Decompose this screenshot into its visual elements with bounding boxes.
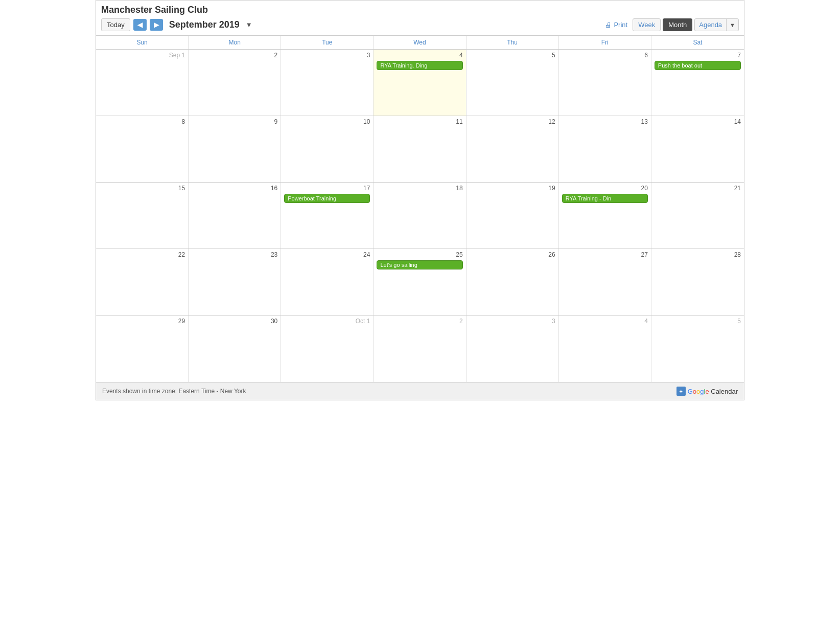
month-dropdown-arrow[interactable]: ▼ — [246, 21, 252, 29]
prev-button[interactable]: ◀ — [133, 19, 147, 31]
calendar-day-cell[interactable]: 2 — [189, 50, 281, 116]
day-number: 18 — [377, 185, 462, 192]
day-number: 25 — [377, 251, 462, 258]
day-of-week-header: Fri — [559, 36, 651, 49]
calendar-day-cell[interactable]: 3 — [281, 50, 374, 116]
day-number: 15 — [99, 185, 185, 192]
calendar-event[interactable]: Push the boat out — [655, 61, 741, 70]
month-title: September 2019 — [169, 19, 240, 30]
calendar-day-cell[interactable]: 19 — [466, 183, 559, 249]
day-number: 10 — [284, 118, 370, 125]
calendar-day-cell[interactable]: 15 — [96, 183, 189, 249]
calendar: SunMonTueWedThuFriSat Sep 1234RYA Traini… — [96, 35, 744, 382]
calendar-event[interactable]: RYA Training. Ding — [377, 61, 462, 70]
day-number: 17 — [284, 185, 370, 192]
agenda-view-button[interactable]: Agenda ▼ — [694, 18, 739, 31]
calendar-body: Sep 1234RYA Training. Ding567Push the bo… — [96, 50, 744, 382]
calendar-day-cell[interactable]: 17Powerboat Training — [281, 183, 374, 249]
calendar-week: 151617Powerboat Training181920RYA Traini… — [96, 183, 744, 249]
calendar-day-cell[interactable]: 30 — [189, 316, 281, 382]
week-view-button[interactable]: Week — [633, 18, 661, 31]
day-number: 22 — [99, 251, 185, 258]
month-view-button[interactable]: Month — [663, 18, 692, 31]
calendar-day-cell[interactable]: 22 — [96, 249, 189, 315]
calendar-event[interactable]: RYA Training - Din — [562, 194, 648, 203]
day-number: 2 — [192, 52, 277, 59]
day-number: 23 — [192, 251, 277, 258]
day-number: 26 — [470, 251, 555, 258]
calendar-day-cell[interactable]: 13 — [559, 116, 651, 182]
day-number: 24 — [284, 251, 370, 258]
calendar-day-cell[interactable]: 24 — [281, 249, 374, 315]
day-number: 14 — [655, 118, 741, 125]
calendar-day-cell[interactable]: 5 — [651, 316, 744, 382]
calendar-day-cell[interactable]: 25Let's go sailing — [374, 249, 466, 315]
day-of-week-header: Wed — [374, 36, 466, 49]
day-of-week-header: Tue — [281, 36, 374, 49]
calendar-day-cell[interactable]: 12 — [466, 116, 559, 182]
day-number: 30 — [192, 318, 277, 325]
toolbar-right: 🖨 Print Week Month Agenda ▼ — [602, 18, 739, 31]
day-of-week-header: Thu — [466, 36, 559, 49]
calendar-day-cell[interactable]: 16 — [189, 183, 281, 249]
day-number: 6 — [562, 52, 648, 59]
today-button[interactable]: Today — [101, 18, 130, 31]
calendar-day-cell[interactable]: 28 — [651, 249, 744, 315]
calendar-day-cell[interactable]: 29 — [96, 316, 189, 382]
toolbar: Today ◀ ▶ September 2019 ▼ 🖨 Print Week … — [101, 18, 739, 31]
day-of-week-header: Sat — [651, 36, 744, 49]
calendar-week: 22232425Let's go sailing262728 — [96, 249, 744, 316]
calendar-day-cell[interactable]: 7Push the boat out — [651, 50, 744, 116]
calendar-header: SunMonTueWedThuFriSat — [96, 36, 744, 50]
calendar-day-cell[interactable]: 4RYA Training. Ding — [374, 50, 466, 116]
header: Manchester Sailing Club Today ◀ ▶ Septem… — [96, 1, 744, 35]
agenda-dropdown-arrow: ▼ — [727, 20, 738, 30]
calendar-day-cell[interactable]: 5 — [466, 50, 559, 116]
calendar-week: Sep 1234RYA Training. Ding567Push the bo… — [96, 50, 744, 116]
calendar-day-cell[interactable]: 11 — [374, 116, 466, 182]
day-number: 21 — [655, 185, 741, 192]
calendar-day-cell[interactable]: 14 — [651, 116, 744, 182]
calendar-day-cell[interactable]: 2 — [374, 316, 466, 382]
calendar-day-cell[interactable]: Oct 1 — [281, 316, 374, 382]
calendar-week: 2930Oct 12345 — [96, 316, 744, 382]
next-button[interactable]: ▶ — [150, 19, 163, 31]
calendar-day-cell[interactable]: 23 — [189, 249, 281, 315]
day-of-week-header: Mon — [189, 36, 281, 49]
calendar-event[interactable]: Powerboat Training — [284, 194, 370, 203]
day-number: 28 — [655, 251, 741, 258]
day-number: Sep 1 — [99, 52, 185, 59]
day-number: 4 — [562, 318, 648, 325]
print-button[interactable]: 🖨 Print — [602, 19, 631, 31]
google-calendar-label: Google Calendar — [688, 388, 738, 395]
timezone-note: Events shown in time zone: Eastern Time … — [102, 388, 246, 395]
day-number: 8 — [99, 118, 185, 125]
calendar-day-cell[interactable]: 20RYA Training - Din — [559, 183, 651, 249]
calendar-event[interactable]: Let's go sailing — [377, 260, 462, 269]
day-number: 5 — [470, 52, 555, 59]
day-number: 27 — [562, 251, 648, 258]
calendar-day-cell[interactable]: 21 — [651, 183, 744, 249]
day-of-week-header: Sun — [96, 36, 189, 49]
calendar-day-cell[interactable]: 8 — [96, 116, 189, 182]
calendar-day-cell[interactable]: 9 — [189, 116, 281, 182]
google-calendar-badge[interactable]: + Google Calendar — [676, 387, 738, 396]
calendar-day-cell[interactable]: Sep 1 — [96, 50, 189, 116]
app-title: Manchester Sailing Club — [101, 5, 739, 15]
calendar-day-cell[interactable]: 26 — [466, 249, 559, 315]
calendar-day-cell[interactable]: 18 — [374, 183, 466, 249]
calendar-day-cell[interactable]: 4 — [559, 316, 651, 382]
day-number: 19 — [470, 185, 555, 192]
day-number: Oct 1 — [284, 318, 370, 325]
calendar-day-cell[interactable]: 6 — [559, 50, 651, 116]
day-number: 9 — [192, 118, 277, 125]
footer: Events shown in time zone: Eastern Time … — [96, 382, 744, 400]
day-number: 13 — [562, 118, 648, 125]
calendar-day-cell[interactable]: 3 — [466, 316, 559, 382]
calendar-day-cell[interactable]: 27 — [559, 249, 651, 315]
day-number: 20 — [562, 185, 648, 192]
calendar-day-cell[interactable]: 10 — [281, 116, 374, 182]
day-number: 3 — [284, 52, 370, 59]
toolbar-left: Today ◀ ▶ September 2019 ▼ — [101, 18, 252, 31]
day-number: 2 — [377, 318, 462, 325]
